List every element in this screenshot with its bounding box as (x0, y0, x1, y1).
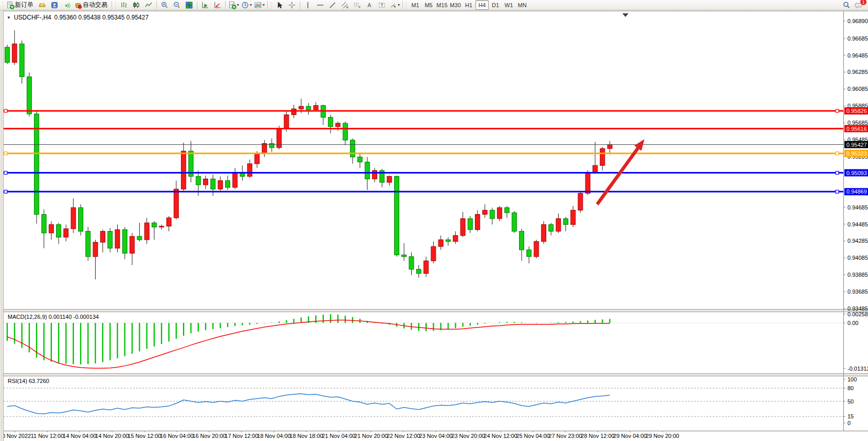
svg-text:16 Nov 04:00: 16 Nov 04:00 (160, 433, 193, 439)
indicators-button[interactable]: ▾ (227, 0, 240, 10)
fibonacci-tool-button[interactable]: F (351, 0, 363, 10)
horizontal-line-object[interactable] (4, 109, 843, 112)
line-handle[interactable] (836, 190, 839, 193)
svg-text:17 Nov 12:00: 17 Nov 12:00 (225, 433, 258, 439)
candle (306, 106, 311, 110)
line-handle[interactable] (4, 109, 7, 112)
candle (563, 219, 568, 225)
chevron-down-icon: ▾ (237, 3, 239, 7)
svg-text:18 Nov 18:00: 18 Nov 18:00 (289, 433, 323, 439)
line-chart-mode-button[interactable] (142, 0, 155, 10)
candle (512, 213, 516, 231)
candles-layer (5, 30, 613, 279)
candle (373, 170, 377, 179)
line-handle[interactable] (4, 171, 7, 175)
horizontal-line-object[interactable] (4, 171, 843, 175)
chart-shift-marker[interactable] (622, 13, 629, 17)
timeframe-m1-button[interactable]: M1 (409, 0, 422, 10)
candle (299, 106, 304, 109)
auto-scroll-button[interactable] (199, 0, 211, 10)
bar-chart-mode-button[interactable] (118, 0, 130, 10)
candle (549, 224, 553, 231)
signal-icon (63, 1, 71, 9)
periods-button[interactable]: ▾ (240, 0, 253, 10)
notifications-button[interactable]: 1 (853, 0, 865, 10)
vertical-line-tool-button[interactable] (302, 0, 314, 10)
svg-text:15: 15 (847, 413, 854, 419)
market-watch-button[interactable] (48, 0, 61, 10)
toolbar-grip (405, 2, 408, 9)
new-order-button[interactable]: 新订单 (5, 0, 36, 10)
candle (152, 223, 157, 227)
price-axis[interactable]: 0.968900.966850.964850.962850.960850.958… (843, 18, 868, 426)
candle (453, 236, 458, 242)
svg-text:0.95616: 0.95616 (846, 126, 867, 132)
candle (291, 109, 296, 115)
market-watch-icon (50, 1, 59, 9)
timeframe-w1-button[interactable]: W1 (502, 0, 515, 10)
horizontal-line-object[interactable] (4, 190, 843, 193)
line-handle[interactable] (4, 190, 7, 193)
chart-shift-button[interactable] (211, 0, 224, 10)
market-depth-button[interactable] (36, 0, 48, 10)
templates-button[interactable]: ▾ (253, 0, 266, 10)
timeframe-mn-button[interactable]: MN (515, 0, 529, 10)
crosshair-tool-button[interactable] (286, 0, 298, 10)
autotrading-button[interactable]: 自动交易 (73, 0, 110, 10)
indicators-icon (228, 1, 236, 9)
candle (211, 179, 215, 189)
line-handle[interactable] (836, 171, 839, 175)
candle (358, 157, 362, 162)
tile-windows-button[interactable] (183, 0, 195, 10)
toolbar-separator (267, 1, 268, 9)
candle (527, 250, 531, 257)
candle (247, 164, 252, 177)
horizontal-line-object[interactable] (4, 152, 843, 155)
line-handle[interactable] (836, 109, 839, 112)
channel-tool-button[interactable]: E (339, 0, 351, 10)
chart-window[interactable]: 0.968900.966850.964850.962850.960850.958… (4, 11, 868, 441)
candle (394, 177, 399, 255)
timeframe-h1-button[interactable]: H1 (462, 0, 475, 10)
cursor-tool-button[interactable] (273, 0, 286, 10)
signals-button[interactable] (61, 0, 73, 10)
svg-text:24 Nov 12:00: 24 Nov 12:00 (484, 433, 517, 439)
candle (255, 154, 260, 164)
macd-signal-line (7, 320, 610, 369)
timeframe-m5-button[interactable]: M5 (422, 0, 435, 10)
timeframe-m15-button[interactable]: M15 (435, 0, 449, 10)
trendline-tool-button[interactable] (326, 0, 339, 10)
svg-text:15 Nov 12:00: 15 Nov 12:00 (127, 433, 161, 439)
candle (600, 148, 605, 165)
candlestick-mode-button[interactable] (130, 0, 142, 10)
arrows-tool-button[interactable]: ▾ (388, 0, 401, 10)
chart-canvas[interactable]: 0.968900.966850.964850.962850.960850.958… (4, 11, 868, 441)
candle (593, 165, 598, 172)
text-tool-button[interactable]: A (363, 0, 376, 10)
expand-arrow-icon[interactable]: ▼ (7, 15, 11, 20)
svg-text:0.94285: 0.94285 (847, 238, 868, 244)
candle (122, 229, 127, 253)
zoom-out-button[interactable] (171, 0, 183, 10)
candle (505, 207, 509, 213)
candle (416, 270, 421, 274)
candle (174, 189, 178, 218)
time-axis[interactable]: 10 Nov 202211 Nov 12:0014 Nov 04:0014 No… (4, 431, 679, 439)
horizontal-line-tool-button[interactable] (314, 0, 326, 10)
candle (181, 151, 186, 189)
timeframe-h4-button[interactable]: H4 (475, 0, 489, 10)
toolbar-grip (2, 2, 4, 9)
search-button[interactable] (840, 0, 853, 10)
timeframe-m30-button[interactable]: M30 (449, 0, 462, 10)
line-handle[interactable] (4, 152, 7, 155)
candle (12, 44, 17, 62)
candle (108, 232, 113, 248)
line-handle[interactable] (836, 152, 839, 155)
search-icon (842, 1, 851, 9)
svg-text:14 Nov 20:00: 14 Nov 20:00 (95, 433, 128, 439)
timeframe-d1-button[interactable]: D1 (489, 0, 502, 10)
symbol-timeframe-label: USDCHF-,H4 (14, 14, 51, 21)
text-label-tool-button[interactable]: T (376, 0, 388, 10)
zoom-in-button[interactable] (158, 0, 171, 10)
svg-text:0.96890: 0.96890 (847, 18, 868, 24)
